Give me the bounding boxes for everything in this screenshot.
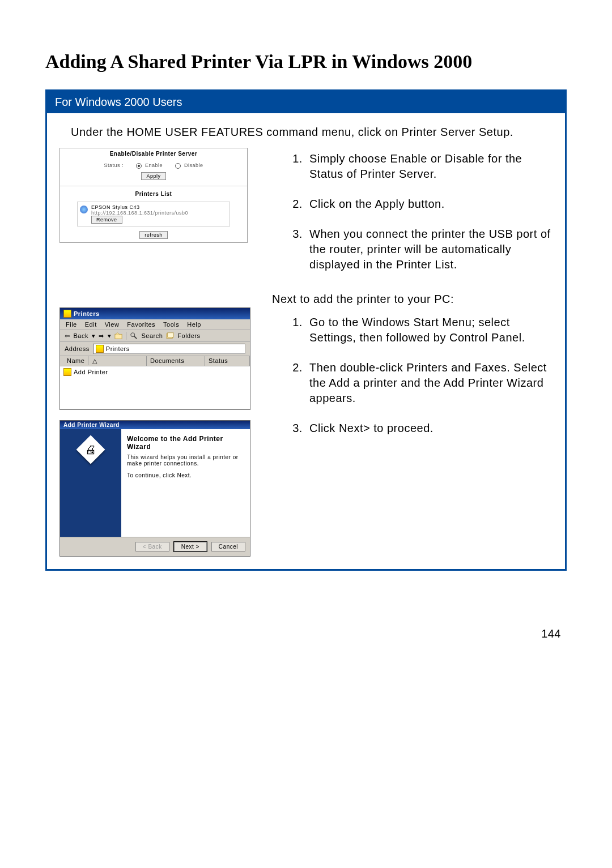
page-number: 144 [45, 627, 561, 640]
printer-server-panel-screenshot: Enable/Disable Printer Server Status : E… [60, 148, 248, 243]
step-a3: When you connect the printer the USB por… [306, 226, 552, 272]
wizard-welcome-title: Welcome to the Add Printer Wizard [127, 435, 244, 451]
add-printer-wizard-screenshot: Add Printer Wizard 🖨 Welcome to the Add … [60, 420, 250, 557]
address-label: Address [65, 345, 90, 352]
radio-disable-label: Disable [184, 163, 203, 168]
back-label[interactable]: Back [74, 332, 88, 339]
svg-rect-0 [115, 334, 122, 339]
step-b2: Then double-click Printers and Faxes. Se… [306, 360, 552, 406]
svg-rect-4 [168, 333, 174, 337]
printers-explorer-screenshot: Printers File Edit View Favorites Tools … [60, 307, 250, 410]
wizard-desc-line1: This wizard helps you install a printer … [127, 454, 244, 467]
wizard-desc-line2: To continue, click Next. [127, 472, 244, 478]
address-value: Printers [106, 345, 130, 352]
forward-dropdown-icon[interactable]: ▾ [108, 332, 112, 340]
menu-edit[interactable]: Edit [85, 321, 97, 328]
wizard-cancel-button[interactable]: Cancel [211, 542, 245, 551]
sub-intro-text: Next to add the printer to your PC: [272, 293, 552, 306]
svg-point-1 [131, 333, 135, 337]
up-folder-icon[interactable] [114, 332, 122, 340]
section-header-bar: For Windows 2000 Users [47, 91, 565, 113]
menu-view[interactable]: View [105, 321, 120, 328]
wizard-back-button: < Back [135, 542, 169, 551]
wizard-next-button[interactable]: Next > [174, 542, 207, 551]
printer-icon [80, 206, 88, 213]
printers-folder-icon [63, 310, 71, 318]
steps-list-a: Simply choose Enable or Disable for the … [272, 151, 552, 272]
col-name[interactable]: Name △ [60, 356, 147, 366]
search-label[interactable]: Search [141, 332, 163, 339]
apply-button[interactable]: Apply [141, 172, 165, 180]
wizard-printer-icon: 🖨 [76, 435, 105, 464]
wizard-titlebar: Add Printer Wizard [60, 421, 250, 429]
svg-line-2 [134, 336, 137, 339]
col-documents[interactable]: Documents [147, 356, 205, 366]
menu-file[interactable]: File [66, 321, 77, 328]
remove-button[interactable]: Remove [91, 216, 122, 224]
menu-tools[interactable]: Tools [163, 321, 179, 328]
section-container: For Windows 2000 Users Under the HOME US… [45, 89, 567, 571]
menu-help[interactable]: Help [187, 321, 201, 328]
folders-label[interactable]: Folders [177, 332, 200, 339]
section-body: Under the HOME USER FEATURES command men… [47, 113, 565, 569]
intro-text: Under the HOME USER FEATURES command men… [71, 126, 552, 139]
step-a1: Simply choose Enable or Disable for the … [306, 151, 552, 182]
search-icon[interactable] [130, 332, 138, 340]
steps-list-b: Go to the Windows Start Menu; select Set… [272, 315, 552, 436]
wizard-side-panel: 🖨 [60, 429, 121, 537]
printers-folder-icon [96, 345, 104, 353]
menu-favorites[interactable]: Favorites [127, 321, 155, 328]
status-label: Status : [104, 163, 124, 169]
window-title: Printers [74, 310, 100, 317]
add-printer-icon [63, 368, 71, 376]
step-a2: Click on the Apply button. [306, 196, 552, 212]
add-printer-item[interactable]: Add Printer [63, 368, 246, 376]
explorer-toolbar[interactable]: ⇦ Back ▾ ➡ ▾ Search [60, 330, 250, 342]
radio-enable-icon[interactable] [136, 163, 142, 169]
list-column-headers[interactable]: Name △ Documents Status [60, 356, 250, 366]
address-field[interactable]: Printers [93, 344, 245, 354]
step-b3: Click Next> to proceed. [306, 421, 552, 436]
forward-arrow-icon[interactable]: ➡ [99, 332, 104, 340]
printers-list-header: Printers List [60, 189, 247, 199]
add-printer-label: Add Printer [74, 369, 108, 375]
back-dropdown-icon[interactable]: ▾ [92, 332, 96, 340]
page-title: Adding A Shared Printer Via LPR in Windo… [45, 51, 567, 72]
back-arrow-icon[interactable]: ⇦ [65, 332, 70, 340]
radio-enable-label: Enable [145, 163, 163, 168]
radio-disable-icon[interactable] [175, 163, 181, 169]
explorer-menubar[interactable]: File Edit View Favorites Tools Help [60, 319, 250, 330]
panel-header: Enable/Disable Printer Server [60, 148, 247, 159]
printer-list-item: EPSON Stylus C43 http://192.168.168.1:63… [77, 202, 230, 226]
printer-item-url: http://192.168.168.1:631/printers/usb0 [91, 210, 188, 216]
refresh-button[interactable]: refresh [139, 231, 168, 239]
folders-icon[interactable] [166, 332, 174, 340]
col-status[interactable]: Status [205, 356, 250, 366]
step-b1: Go to the Windows Start Menu; select Set… [306, 315, 552, 345]
printer-item-name: EPSON Stylus C43 [91, 204, 188, 210]
